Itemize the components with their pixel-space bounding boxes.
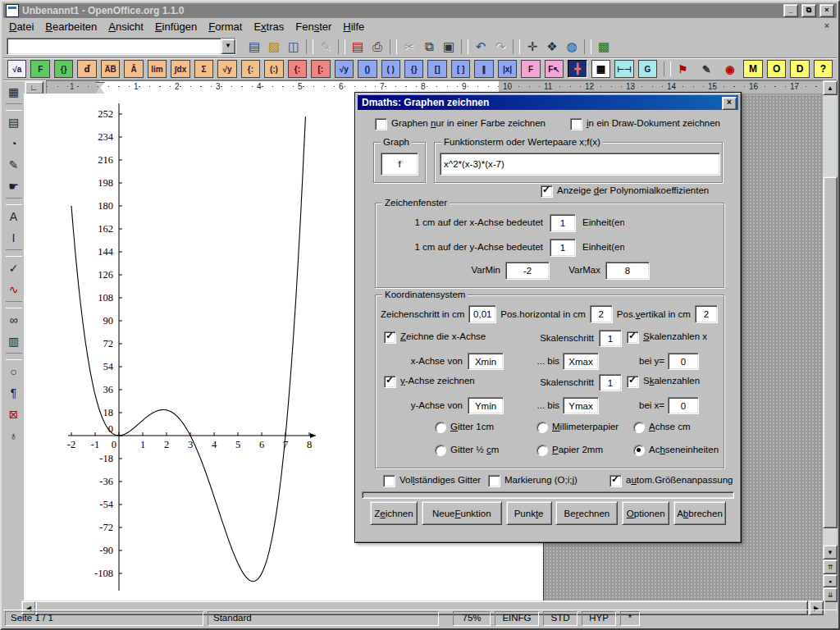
function-f-pink-icon[interactable]: F (521, 60, 540, 78)
scale-step-x-field[interactable]: 1 (599, 330, 622, 347)
checkbox-single-color[interactable]: Graphen nur in einer Farbe zeichnen (375, 118, 546, 130)
varmin-field[interactable]: -2 (505, 262, 550, 280)
status-modified-flag[interactable]: * (620, 611, 640, 626)
menu-bearbeiten[interactable]: Bearbeiten (39, 20, 103, 34)
integral-icon[interactable]: ∫dx (171, 60, 189, 78)
double-bar-icon[interactable]: ∥ (474, 60, 493, 78)
navigator-icon[interactable]: ✛ (523, 38, 542, 56)
brace-colon-orange-icon[interactable]: {: (241, 60, 260, 78)
interval-icon[interactable]: ⊢⊣ (614, 60, 633, 78)
radio-gitter-1cm[interactable]: Gitter 1cm (435, 422, 494, 433)
menu-datei[interactable]: Datei (3, 20, 39, 34)
insert-table-icon[interactable]: ▦ (4, 82, 23, 102)
tab-selector-button[interactable]: ∟ (25, 81, 43, 94)
previous-page-icon[interactable]: ⇈ (823, 559, 838, 574)
braces-blue-icon[interactable]: {} (404, 60, 423, 78)
separator[interactable] (390, 39, 397, 54)
parens-wide-blue-icon[interactable]: ( ) (381, 60, 400, 78)
separator[interactable] (6, 198, 22, 205)
brackets-wide-blue-icon[interactable]: [ ] (451, 60, 470, 78)
neue-funktion-button[interactable]: Neue Funktion (422, 501, 502, 525)
gallery-icon[interactable]: ▩ (594, 38, 614, 56)
insert-section-icon[interactable]: ▤ (4, 112, 23, 132)
radio-gitter-halb-cm[interactable]: Gitter ½ cm (435, 445, 499, 456)
draw-functions-icon[interactable]: ✎ (4, 155, 23, 175)
spellcheck-icon[interactable]: ✓ (4, 258, 23, 278)
document-close-icon[interactable]: × (820, 21, 833, 33)
x-to-field[interactable]: Xmax (563, 353, 599, 370)
menu-einfuegen[interactable]: Einfügen (149, 20, 203, 34)
chevron-down-icon[interactable]: ▼ (221, 39, 235, 54)
checkbox-draw-y-axis[interactable]: y-Achse zeichnen (384, 376, 475, 388)
scroll-up-icon[interactable]: ▲ (823, 80, 838, 95)
scale-step-y-field[interactable]: 1 (599, 374, 622, 391)
open-icon[interactable]: ▨ (264, 38, 284, 56)
checkbox-show-coefficients[interactable]: Anzeige der Polynomialkoeffizienten (541, 185, 709, 198)
abbrechen-button[interactable]: Abbrechen (673, 501, 726, 525)
function-f-green-icon[interactable]: F (30, 60, 49, 78)
checkbox-draw-x-axis[interactable]: Zeichne die x-Achse (384, 331, 486, 344)
autospellcheck-icon[interactable]: ∿ (4, 280, 23, 299)
separator[interactable] (6, 301, 22, 308)
abs-x-icon[interactable]: |x| (498, 60, 517, 78)
radio-achseneinheiten[interactable]: Achseneinheiten (633, 445, 719, 456)
undo-icon[interactable]: ↶ (471, 38, 491, 56)
sqrt-y-orange-icon[interactable]: √y (217, 60, 236, 78)
graph-name-field[interactable]: f (381, 153, 418, 176)
vector-d-icon[interactable]: d⃗ (77, 60, 96, 78)
brackets-blue-icon[interactable]: [] (427, 60, 446, 78)
angle-hat-icon[interactable]: Â (124, 60, 143, 78)
find-replace-icon[interactable]: ∞ (4, 310, 23, 330)
insert-object-icon[interactable]: ◔ (4, 134, 23, 153)
draw-graph-icon[interactable]: ╋ (568, 60, 587, 78)
title-bar[interactable]: Unbenannt1 - OpenOffice.org 1.1.0 _ ⧉ × (3, 3, 837, 18)
separator[interactable] (6, 249, 22, 257)
menu-ansicht[interactable]: Ansicht (103, 20, 149, 34)
target-icon[interactable]: ◉ (720, 60, 739, 78)
restore-icon[interactable]: ⧉ (801, 4, 816, 17)
berechnen-button[interactable]: Berechnen (555, 501, 618, 525)
scroll-down-icon[interactable]: ▼ (823, 545, 838, 559)
radio-achse-cm[interactable]: Achse cm (633, 422, 691, 433)
checkbox-draw-document[interactable]: in ein Draw-Dokument zeichnen (570, 118, 720, 130)
status-page-style[interactable]: Standard (208, 611, 439, 626)
sum-icon[interactable]: Σ (194, 60, 213, 78)
menu-extras[interactable]: Extras (248, 20, 290, 34)
punkte-button[interactable]: Punkte (506, 501, 552, 525)
online-layout-icon[interactable]: ♁ (4, 426, 23, 445)
autotext-icon[interactable]: A (4, 207, 23, 226)
pencil-icon[interactable]: ✎ (696, 60, 715, 78)
dialog-close-icon[interactable]: × (722, 97, 737, 110)
checkbox-auto-size[interactable]: autom.Größenanpassung (609, 475, 733, 487)
flag-icon[interactable]: ⚑ (673, 60, 692, 78)
status-selection-mode[interactable]: STD (543, 611, 578, 626)
limit-icon[interactable]: lim (148, 60, 167, 78)
checkbox-scale-numbers-x[interactable]: Skalenzahlen x (627, 331, 707, 344)
function-term-field[interactable]: x^2*(x-3)*(x-7) (440, 153, 720, 176)
brace-colon-red-icon[interactable]: {: (288, 60, 307, 78)
dmaths-dialog[interactable]: Dmaths: Graphen zeichnen × Graphen nur i… (354, 92, 742, 543)
navigation-icon[interactable]: ● (823, 574, 838, 587)
insert-marker-icon[interactable]: I (4, 228, 23, 248)
data-sources-icon[interactable]: ▥ (4, 331, 23, 351)
checkbox-full-grid[interactable]: Vollständiges Gitter (383, 475, 481, 487)
checkbox-scale-numbers-y[interactable]: Skalenzahlen (627, 376, 700, 388)
close-icon[interactable]: × (819, 4, 834, 17)
vertical-scrollbar[interactable]: ▲ ▼ ⇈ ● ⇊ (823, 80, 837, 614)
cut-icon[interactable]: ✂ (399, 38, 419, 56)
graphics-onoff-icon[interactable]: ⊠ (4, 404, 23, 424)
export-pdf-icon[interactable]: ▤ (348, 38, 368, 56)
braces-green-icon[interactable]: {} (54, 60, 73, 78)
parens-blue-icon[interactable]: () (358, 60, 377, 78)
y-unit-field[interactable]: 1 (550, 239, 576, 257)
separator[interactable] (338, 39, 345, 54)
minimize-icon[interactable]: _ (783, 4, 798, 17)
varmax-field[interactable]: 8 (605, 262, 650, 280)
dialog-title-bar[interactable]: Dmaths: Graphen zeichnen × (358, 95, 738, 110)
sqrt-y-blue-icon[interactable]: √y (335, 60, 354, 78)
dmaths-help-icon[interactable]: ? (814, 60, 833, 78)
optionen-button[interactable]: Optionen (622, 501, 669, 525)
bracket-colon-red-icon[interactable]: [: (311, 60, 330, 78)
hyperlink-icon[interactable]: ◍ (562, 38, 582, 56)
geometry-g-icon[interactable]: G (638, 60, 657, 78)
